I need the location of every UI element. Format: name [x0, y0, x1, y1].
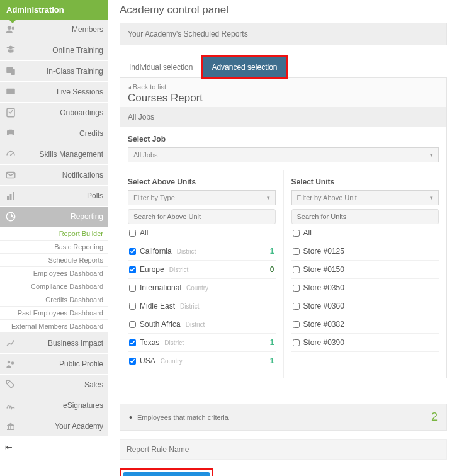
create-report-rule-button[interactable]: Create Report Rule: [123, 472, 210, 476]
subnav-report-builder[interactable]: Report Builder: [0, 227, 108, 241]
unit-row[interactable]: Store #0390: [291, 334, 439, 352]
checkbox[interactable]: [293, 303, 300, 310]
above-unit-row[interactable]: USACountry1: [128, 352, 276, 370]
nav-online-training[interactable]: Online Training: [0, 40, 108, 61]
scheduled-reports-banner: Your Academy's Scheduled Reports: [120, 23, 447, 45]
row-label: USA: [140, 356, 155, 365]
above-units-filter[interactable]: Filter by Type: [128, 190, 276, 205]
checkbox[interactable]: [129, 321, 136, 328]
checkbox[interactable]: [293, 285, 300, 292]
row-label: California: [140, 247, 172, 256]
collapse-sidebar-icon[interactable]: ⇤: [0, 437, 108, 457]
report-title: Courses Report: [128, 92, 439, 105]
subnav-schedule-reports[interactable]: Schedule Reports: [0, 254, 108, 267]
row-label: All: [303, 229, 312, 237]
nav-label: Public Profile: [19, 360, 103, 368]
checkbox[interactable]: [129, 358, 136, 365]
nav-label: Credits: [19, 129, 103, 138]
svg-point-12: [11, 361, 14, 365]
match-count: 2: [431, 411, 438, 424]
unit-type: District: [177, 248, 196, 255]
checkbox[interactable]: [129, 339, 136, 346]
nav-esignatures[interactable]: eSignatures: [0, 395, 108, 416]
units-label: Select Units: [291, 178, 439, 186]
report-rule-name-input[interactable]: [120, 440, 246, 459]
checkbox[interactable]: [129, 266, 136, 273]
above-units-label: Select Above Units: [128, 178, 276, 186]
above-unit-row[interactable]: Midle EastDistrict: [128, 297, 276, 315]
checkbox[interactable]: [129, 285, 136, 292]
checkbox[interactable]: [129, 303, 136, 310]
row-label: Store #0390: [303, 338, 344, 347]
nav-your-academy[interactable]: Your Academy: [0, 416, 108, 437]
unit-row[interactable]: Store #0350: [291, 279, 439, 297]
nav-business-impact[interactable]: Business Impact: [0, 333, 108, 354]
unit-count: 1: [270, 356, 274, 365]
subnav-external-members-dashboard[interactable]: External Members Dashboard: [0, 320, 108, 333]
report-panel: Back to list Courses Report All Jobs Sel…: [120, 77, 447, 378]
tab-advanced-selection[interactable]: Advanced selection: [202, 57, 286, 77]
row-label: Store #0360: [303, 302, 344, 310]
nav-reporting[interactable]: Reporting: [0, 207, 108, 227]
onboardings-icon: [5, 107, 19, 118]
subnav-credits-dashboard[interactable]: Credits Dashboard: [0, 293, 108, 307]
row-label: Midle East: [140, 302, 175, 310]
inclass-training-icon: [5, 65, 19, 77]
subnav-compliance-dashboard[interactable]: Compliance Dashboard: [0, 280, 108, 293]
unit-all[interactable]: All: [291, 224, 439, 242]
above-unit-row[interactable]: South AfricaDistrict: [128, 315, 276, 334]
nav-onboardings[interactable]: Onboardings: [0, 103, 108, 123]
checkbox[interactable]: [129, 248, 136, 255]
unit-row[interactable]: Store #0150: [291, 261, 439, 279]
tab-individual-selection[interactable]: Individual selection: [120, 57, 202, 77]
above-unit-row[interactable]: EuropeDistrict0: [128, 261, 276, 279]
above-unit-row[interactable]: InternationalCountry: [128, 279, 276, 297]
nav-label: Polls: [19, 191, 103, 200]
checkbox[interactable]: [293, 266, 300, 273]
row-label: Store #0125: [303, 247, 344, 256]
nav-public-profile[interactable]: Public Profile: [0, 354, 108, 375]
nav-label: In-Class Training: [19, 67, 103, 76]
row-label: Store #0350: [303, 283, 344, 292]
above-unit-row[interactable]: CaliforniaDistrict1: [128, 242, 276, 261]
above-units-search[interactable]: [128, 209, 276, 224]
nav-label: Live Sessions: [19, 88, 103, 96]
filter-value: Filter by Type: [133, 194, 175, 201]
nav-inclass-training[interactable]: In-Class Training: [0, 61, 108, 82]
notifications-icon: [5, 169, 19, 181]
row-label: Europe: [140, 265, 164, 274]
row-label: All: [140, 229, 148, 237]
units-column: Select Units Filter by Above Unit All St…: [283, 170, 447, 378]
row-label: South Africa: [140, 320, 181, 329]
back-to-list-link[interactable]: Back to list: [128, 83, 439, 91]
nav-label: Online Training: [19, 46, 103, 55]
online-training-icon: [5, 45, 19, 56]
unit-row[interactable]: Store #0125: [291, 242, 439, 261]
match-label: Employees that match criteria: [137, 414, 229, 421]
units-search[interactable]: [291, 209, 439, 224]
nav-label: Skills Management: [19, 150, 103, 159]
above-unit-row[interactable]: TexasDistrict1: [128, 334, 276, 352]
nav-label: Reporting: [19, 212, 103, 221]
nav-sales[interactable]: Sales: [0, 375, 108, 395]
checkbox[interactable]: [129, 230, 136, 237]
above-unit-all[interactable]: All: [128, 224, 276, 242]
subnav-past-employees-dashboard[interactable]: Past Employees Dashboard: [0, 307, 108, 320]
nav-skills[interactable]: Skills Management: [0, 144, 108, 165]
credits-icon: [5, 128, 19, 139]
nav-live-sessions[interactable]: Live Sessions: [0, 82, 108, 103]
checkbox[interactable]: [293, 230, 300, 237]
checkbox[interactable]: [293, 321, 300, 328]
job-select[interactable]: All Jobs: [128, 147, 439, 162]
row-label: Store #0382: [303, 320, 344, 329]
units-filter[interactable]: Filter by Above Unit: [291, 190, 439, 205]
nav-credits[interactable]: Credits: [0, 123, 108, 144]
unit-row[interactable]: Store #0360: [291, 297, 439, 315]
unit-row[interactable]: Store #0382: [291, 315, 439, 334]
checkbox[interactable]: [293, 248, 300, 255]
subnav-basic-reporting[interactable]: Basic Reporting: [0, 241, 108, 254]
checkbox[interactable]: [293, 339, 300, 346]
nav-notifications[interactable]: Notifications: [0, 165, 108, 186]
subnav-employees-dashboard[interactable]: Employees Dashboard: [0, 267, 108, 280]
nav-polls[interactable]: Polls: [0, 186, 108, 207]
